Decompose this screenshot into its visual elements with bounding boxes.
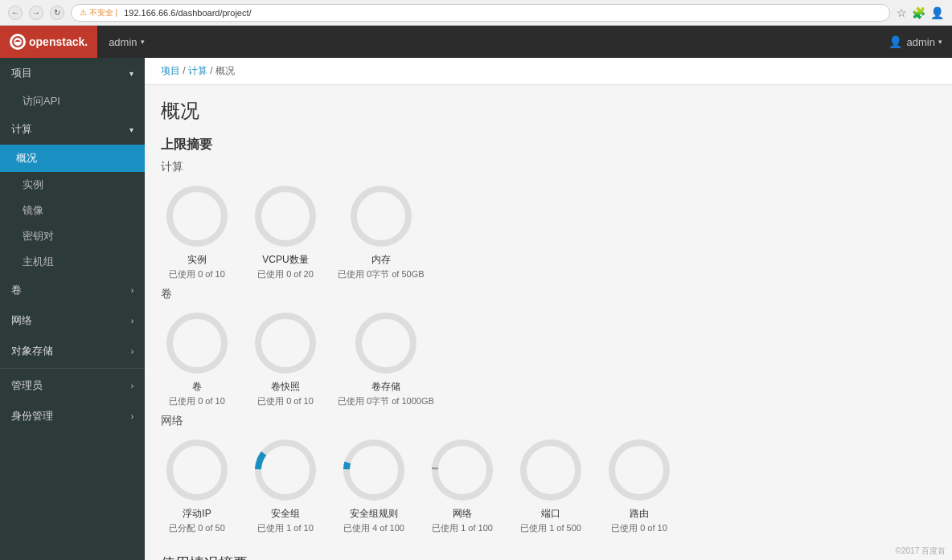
sidebar-object-storage-header[interactable]: 对象存储 ›: [0, 336, 145, 366]
object-storage-chevron-icon: ›: [131, 347, 133, 356]
sidebar-admin-header[interactable]: 管理员 ›: [0, 370, 145, 401]
browser-forward[interactable]: →: [29, 6, 43, 20]
bookmark-icon[interactable]: ☆: [897, 6, 907, 19]
browser-back[interactable]: ←: [8, 6, 23, 20]
svg-point-7: [170, 443, 224, 497]
sidebar-item-api[interactable]: 访问API: [0, 88, 145, 114]
gauge-instances-sublabel: 已使用 0 of 10: [169, 268, 225, 280]
gauge-volume-snapshots-sublabel: 已使用 0 of 10: [257, 395, 314, 407]
gauge-port-circle: [519, 438, 583, 502]
compute-subsection-title: 计算: [161, 160, 936, 174]
sidebar-volumes-header[interactable]: 卷 ›: [0, 275, 145, 305]
gauge-port: 端口 已使用 1 of 500: [515, 438, 587, 534]
gauge-network-sublabel: 已使用 1 of 100: [432, 522, 493, 534]
gauge-security-groups-circle: [253, 438, 318, 502]
gauge-security-group-rules-label: 安全组规则: [350, 507, 398, 521]
svg-point-3: [354, 189, 408, 243]
page-title: 概况: [161, 98, 936, 124]
usage-title: 使用情况摘要: [161, 554, 936, 560]
gauge-network-label: 网络: [453, 507, 472, 521]
browser-chrome: ← → ↻ ⚠ 不安全 | 192.166.66.6/dashboard/pro…: [0, 0, 952, 26]
brand-logo-area[interactable]: openstack.: [0, 26, 97, 58]
gauge-port-sublabel: 已使用 1 of 500: [520, 522, 581, 534]
sidebar-item-overview[interactable]: 概况: [0, 145, 145, 172]
gauge-network-circle: [430, 438, 494, 502]
topbar-user-menu[interactable]: 👤 admin ▾: [888, 35, 952, 48]
user-profile-icon[interactable]: 👤: [930, 6, 944, 19]
svg-point-8: [258, 443, 313, 497]
sidebar-network-header[interactable]: 网络 ›: [0, 305, 145, 336]
sidebar: 项目 ▾ 访问API 计算 ▾ 概况 实例 镜像 密钥对 主机组 卷 ›: [0, 58, 145, 560]
topbar-admin-menu: admin ▾: [97, 26, 155, 58]
project-chevron-icon: ▾: [129, 69, 133, 78]
sidebar-item-instances[interactable]: 实例: [0, 172, 145, 198]
svg-point-4: [170, 316, 224, 370]
topbar-admin-dropdown[interactable]: admin ▾: [97, 26, 155, 58]
gauge-floating-ip-sublabel: 已分配 0 of 50: [169, 522, 225, 534]
brand-name: openstack.: [29, 35, 88, 48]
content-area: 项目 / 计算 / 概况 概况 上限摘要 计算: [145, 58, 952, 560]
gauge-floating-ip: 浮动IP 已分配 0 of 50: [161, 438, 233, 534]
extension-icon[interactable]: 🧩: [912, 6, 925, 19]
user-chevron-icon: ▾: [938, 38, 942, 46]
sidebar-project-header[interactable]: 项目 ▾: [0, 58, 145, 88]
gauge-memory: 内存 已使用 0字节 of 50GB: [338, 184, 425, 280]
sidebar-divider-1: [0, 368, 145, 369]
gauge-volumes-sublabel: 已使用 0 of 10: [169, 395, 225, 407]
security-warning-icon: ⚠ 不安全 |: [80, 7, 117, 18]
gauge-instances: 实例 已使用 0 of 10: [161, 184, 233, 280]
gauge-instances-circle: [165, 184, 229, 248]
limits-title: 上限摘要: [161, 130, 936, 157]
admin-chevron-icon: ›: [131, 382, 133, 390]
volumes-chevron-icon: ›: [131, 286, 133, 295]
compute-gauges-row: 实例 已使用 0 of 10 VCPU数量 已使用 0 of 20: [161, 184, 936, 280]
svg-point-10: [347, 443, 401, 497]
gauge-security-groups: 安全组 已使用 1 of 10: [249, 438, 322, 534]
volumes-subsection-title: 卷: [161, 287, 936, 301]
gauge-router-label: 路由: [630, 507, 649, 521]
gauge-router-sublabel: 已使用 0 of 10: [611, 522, 667, 534]
gauge-memory-sublabel: 已使用 0字节 of 50GB: [338, 268, 425, 280]
main-layout: 项目 ▾ 访问API 计算 ▾ 概况 实例 镜像 密钥对 主机组 卷 ›: [0, 58, 952, 560]
gauge-port-label: 端口: [541, 507, 560, 521]
svg-point-12: [435, 443, 490, 497]
gauge-volume-snapshots-label: 卷快照: [271, 380, 300, 394]
breadcrumb-current: 概况: [215, 65, 235, 76]
volumes-gauges-row: 卷 已使用 0 of 10 卷快照 已使用 0 of 10: [161, 311, 936, 407]
sidebar-item-hostgroups[interactable]: 主机组: [0, 249, 145, 275]
gauge-volume-storage-sublabel: 已使用 0字节 of 1000GB: [338, 395, 434, 407]
svg-point-15: [612, 443, 667, 497]
gauge-security-group-rules: 安全组规则 已使用 4 of 100: [338, 438, 410, 534]
user-icon: 👤: [888, 35, 902, 48]
browser-url-bar[interactable]: ⚠ 不安全 | 192.166.66.6/dashboard/project/: [71, 4, 890, 22]
gauge-security-group-rules-circle: [342, 438, 406, 502]
gauge-vcpu: VCPU数量 已使用 0 of 20: [249, 184, 322, 280]
gauge-vcpu-sublabel: 已使用 0 of 20: [257, 268, 314, 280]
breadcrumb: 项目 / 计算 / 概况: [145, 58, 952, 85]
sidebar-item-images[interactable]: 镜像: [0, 198, 145, 223]
sidebar-identity-header[interactable]: 身份管理 ›: [0, 401, 145, 431]
gauge-vcpu-circle: [253, 184, 318, 248]
gauge-network: 网络 已使用 1 of 100: [426, 438, 499, 534]
breadcrumb-project[interactable]: 项目: [161, 65, 180, 76]
openstack-logo: [10, 34, 26, 50]
breadcrumb-compute[interactable]: 计算: [188, 65, 207, 76]
gauge-volume-storage: 卷存储 已使用 0字节 of 1000GB: [338, 311, 434, 407]
gauge-floating-ip-circle: [165, 438, 229, 502]
gauge-memory-label: 内存: [371, 253, 391, 267]
gauge-router: 路由 已使用 0 of 10: [603, 438, 675, 534]
limits-section: 上限摘要 计算 实例 已使用 0 of 10: [145, 130, 952, 554]
sidebar-compute-header[interactable]: 计算 ▾: [0, 114, 145, 145]
browser-toolbar-icons: ☆ 🧩 👤: [897, 6, 944, 19]
gauge-memory-circle: [349, 184, 413, 248]
network-chevron-icon: ›: [131, 317, 133, 325]
sidebar-item-keypairs[interactable]: 密钥对: [0, 223, 145, 249]
gauge-security-groups-sublabel: 已使用 1 of 10: [257, 522, 314, 534]
svg-point-6: [359, 316, 413, 370]
svg-point-1: [170, 189, 224, 243]
gauge-volume-snapshots-circle: [253, 311, 318, 375]
compute-chevron-icon: ▾: [129, 125, 133, 134]
browser-refresh[interactable]: ↻: [50, 6, 64, 20]
page-header: 概况: [145, 85, 952, 130]
svg-point-14: [523, 443, 578, 497]
